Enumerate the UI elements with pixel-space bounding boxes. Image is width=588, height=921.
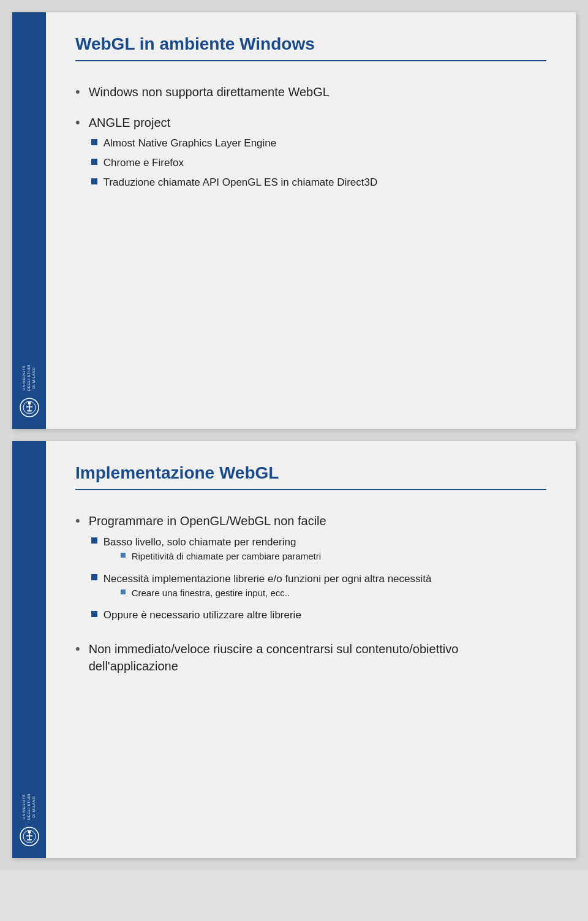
slide-2-sidebar: UNIVERSITÀDEGLI STUDIDI MILANO: [12, 441, 46, 858]
slide-1-body: • Windows non supporta direttamente WebG…: [75, 83, 546, 404]
sidebar-logo-area-2: UNIVERSITÀDEGLI STUDIDI MILANO: [19, 794, 40, 847]
svg-point-9: [28, 831, 31, 834]
university-emblem-2: [19, 826, 40, 847]
slide2-bullet-2: • Non immediato/veloce riuscire a concen…: [75, 640, 546, 675]
sub2-square-2: [91, 574, 97, 580]
bullet2-dot-2: •: [75, 641, 80, 657]
slide2-subsub-2-text: Creare una finestra, gestire input, ecc.…: [132, 586, 290, 599]
slide1-bullet-2-text: ANGLE project: [89, 116, 170, 129]
sub-square-3: [91, 178, 97, 184]
slide1-sub-3: Traduzione chiamate API OpenGL ES in chi…: [91, 175, 378, 190]
slide2-sub-3-text: Oppure è necessario utilizzare altre lib…: [104, 608, 301, 623]
slide2-bullet-1-content: Programmare in OpenGL/WebGL non facile B…: [89, 512, 432, 627]
slide2-sub-3: Oppure è necessario utilizzare altre lib…: [91, 608, 432, 623]
slide1-bullet-2-content: ANGLE project Almost Native Graphics Lay…: [89, 114, 378, 194]
slide2-subsub-2: Creare una finestra, gestire input, ecc.…: [104, 586, 432, 599]
slide2-sub-2-content: Necessità implementazione librerie e/o f…: [104, 571, 432, 603]
slide-2: UNIVERSITÀDEGLI STUDIDI MILANO Implement…: [12, 441, 576, 858]
slide2-sub-1-text: Basso livello, solo chiamate per renderi…: [104, 536, 296, 548]
slide2-subbullets-1: Basso livello, solo chiamate per renderi…: [89, 534, 432, 622]
slide2-subsub-1-item: Ripetitività di chiamate per cambiare pa…: [121, 550, 321, 563]
slide1-sub-1-text: Almost Native Graphics Layer Engine: [104, 136, 277, 151]
bullet-dot-1: •: [75, 84, 80, 100]
slide-1-content: WebGL in ambiente Windows • Windows non …: [46, 12, 576, 429]
slide2-sub-1: Basso livello, solo chiamate per renderi…: [91, 534, 432, 566]
slide1-bullet-2: • ANGLE project Almost Native Graphics L…: [75, 114, 546, 194]
subsub-square-1: [121, 553, 126, 558]
slide-2-body: • Programmare in OpenGL/WebGL non facile…: [75, 512, 546, 833]
university-emblem-1: [19, 397, 40, 418]
slide1-bullet-1-text: Windows non supporta direttamente WebGL: [89, 83, 330, 100]
svg-point-2: [28, 402, 31, 405]
slide2-subsub-2-item: Creare una finestra, gestire input, ecc.…: [121, 586, 432, 599]
slide-2-title: Implementazione WebGL: [75, 463, 546, 490]
slide2-bullet-2-text: Non immediato/veloce riuscire a concentr…: [89, 640, 546, 675]
slide-2-content: Implementazione WebGL • Programmare in O…: [46, 441, 576, 858]
sub2-square-3: [91, 611, 97, 617]
sub-square-2: [91, 159, 97, 165]
slide-1: UNIVERSITÀDEGLI STUDIDI MILANO WebGL in …: [12, 12, 576, 429]
slide2-subsub-1: Ripetitività di chiamate per cambiare pa…: [104, 550, 321, 563]
subsub-square-2: [121, 589, 126, 594]
slide2-sub-2-text: Necessità implementazione librerie e/o f…: [104, 573, 432, 585]
slide2-sub-2: Necessità implementazione librerie e/o f…: [91, 571, 432, 603]
sidebar-logo-area-1: UNIVERSITÀDEGLI STUDIDI MILANO: [19, 365, 40, 418]
bullet2-dot-1: •: [75, 513, 80, 529]
slide1-sub-2-text: Chrome e Firefox: [104, 156, 184, 170]
bullet-dot-2: •: [75, 115, 80, 131]
slide1-sub-1: Almost Native Graphics Layer Engine: [91, 136, 378, 151]
slide1-sub-2: Chrome e Firefox: [91, 156, 378, 170]
slide2-bullet-1-text: Programmare in OpenGL/WebGL non facile: [89, 514, 326, 528]
slide2-sub-1-content: Basso livello, solo chiamate per renderi…: [104, 534, 321, 566]
sub2-square-1: [91, 537, 97, 544]
slide1-subbullets: Almost Native Graphics Layer Engine Chro…: [89, 136, 378, 189]
slide1-bullet-1: • Windows non supporta direttamente WebG…: [75, 83, 546, 100]
sub-square-1: [91, 139, 97, 145]
slide2-subsub-1-text: Ripetitività di chiamate per cambiare pa…: [132, 550, 321, 563]
university-text-2: UNIVERSITÀDEGLI STUDIDI MILANO: [22, 794, 36, 820]
page-container: UNIVERSITÀDEGLI STUDIDI MILANO WebGL in …: [0, 0, 588, 870]
slide2-bullet-1: • Programmare in OpenGL/WebGL non facile…: [75, 512, 546, 627]
slide-1-sidebar: UNIVERSITÀDEGLI STUDIDI MILANO: [12, 12, 46, 429]
university-text-1: UNIVERSITÀDEGLI STUDIDI MILANO: [22, 365, 36, 391]
slide1-sub-3-text: Traduzione chiamate API OpenGL ES in chi…: [104, 175, 378, 190]
slide-1-title: WebGL in ambiente Windows: [75, 34, 546, 61]
